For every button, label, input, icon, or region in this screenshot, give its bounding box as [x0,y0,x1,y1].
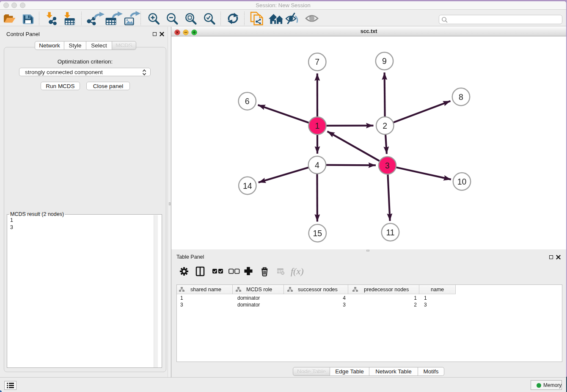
svg-text:10: 10 [457,177,467,186]
svg-text:f(x): f(x) [291,266,304,276]
svg-text:3: 3 [385,161,390,170]
svg-text:6: 6 [245,97,250,106]
svg-text:7: 7 [315,57,319,66]
svg-text:2: 2 [383,121,387,130]
svg-text:11: 11 [386,228,394,237]
svg-text:14: 14 [243,181,252,190]
svg-text:4: 4 [315,160,319,170]
svg-text:1: 1 [315,121,320,130]
svg-text:9: 9 [382,56,387,66]
svg-text:15: 15 [313,229,322,238]
svg-text:8: 8 [459,92,463,102]
